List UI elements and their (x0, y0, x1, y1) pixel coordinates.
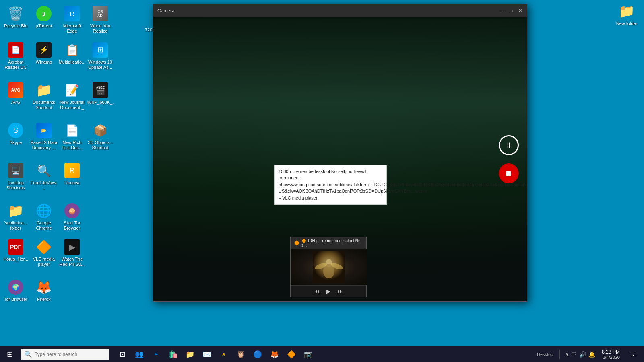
taskbar-explorer[interactable]: 📁 (182, 346, 198, 362)
desktop-shortcuts-label: Desktop Shortcuts (2, 180, 29, 191)
multiplication-label: Multiplicatio... (59, 60, 86, 65)
desktop: 🗑️ Recycle Bin µ µTorrent e Microsoft Ed… (0, 0, 644, 346)
camera-title: Camera (157, 8, 175, 14)
vlc-mini-title-text: 🔶 1080p - rememberlessfool No s... (301, 239, 363, 247)
desktop-icon-480p[interactable]: 🎬 480P_600K_... (86, 80, 114, 112)
desktop-icon-freefileview[interactable]: 🔍 FreeFileView... (30, 160, 58, 192)
desktop-icon-new-folder[interactable]: 📁 New folder (613, 3, 641, 26)
desktop-icon-win10[interactable]: ⊞ Windows 10 Update As... (86, 39, 114, 72)
taskbar-store[interactable]: 🛍️ (165, 346, 181, 362)
desktop-icon-tor-browser[interactable]: 🌍 Tor Browser (2, 277, 30, 309)
taskbar-vlc-tb[interactable]: 🔶 (283, 346, 299, 362)
freefileview-label: FreeFileView... (30, 180, 58, 191)
firefox-icon: 🦊 (36, 279, 52, 295)
documents-label: Documents Shortcut (30, 100, 58, 110)
when-you-realize-icon: GRAD (92, 6, 108, 22)
vlc-mini-player[interactable]: 🔶 🔶 1080p - rememberlessfool No s... (290, 237, 367, 297)
taskbar-notification[interactable]: 🗨 (625, 346, 641, 362)
desktop-icon-skype[interactable]: S Skype (2, 120, 30, 152)
taskbar-volume-icon[interactable]: 🔔 (588, 351, 595, 358)
desktop-icon-rich-text[interactable]: 📄 New Rich Text Doc... (58, 120, 86, 152)
taskbar-action-icons: ⊡ 👥 e 🛍️ 📁 ✉️ a 🦉 🔵 🦊 🔶 📷 (114, 346, 316, 362)
rich-text-label: New Rich Text Doc... (58, 140, 86, 150)
taskbar-desktop-button[interactable]: Desktop (534, 352, 556, 357)
taskbar-mail[interactable]: ✉️ (199, 346, 215, 362)
desktop-icon-easeus[interactable]: 📂 EaseUS Data Recovery ... (30, 120, 58, 152)
taskbar-amazon[interactable]: a (216, 346, 232, 362)
skype-label: Skype (10, 140, 22, 145)
desktop-icon-subliminals[interactable]: 📁 'sublimina... folder (2, 200, 30, 232)
recuva-label: Recuva (64, 180, 79, 185)
vlc-play-button[interactable]: ▶ (326, 288, 331, 294)
utorrent-label: µTorrent (36, 23, 52, 29)
vlc-small-icon: 🔶 (294, 240, 300, 246)
start-button[interactable]: ⊞ (0, 346, 19, 362)
taskbar-arrow-icon[interactable]: ∧ (565, 351, 569, 358)
vlc-thumbnail-svg (313, 251, 345, 283)
tooltip-popup: 1080p - rememberlessfool No self, no fre… (274, 165, 387, 205)
vlc-mini-title: 🔶 🔶 1080p - rememberlessfool No s... (291, 237, 366, 249)
recycle-bin-icon: 🗑️ (8, 6, 24, 22)
vlc-prev-button[interactable]: ⏮ (314, 288, 320, 294)
new-folder-label: New folder (616, 21, 638, 26)
utorrent-icon: µ (36, 6, 52, 22)
winamp-icon: ⚡ (36, 42, 52, 58)
desktop-icon-3d-objects[interactable]: 📦 3D Objects - Shortcut (86, 120, 114, 152)
tor-browser-icon: 🌍 (8, 279, 24, 295)
taskbar-task-view[interactable]: ⊡ (114, 346, 130, 362)
documents-icon: 📁 (36, 82, 52, 98)
desktop-icon-horus[interactable]: PDF Horus_Her... (2, 237, 30, 269)
camera-content: ⏸ ⏹ 1080p - rememberlessfool No self, no… (153, 17, 527, 301)
firefox-label: Firefox (37, 297, 51, 302)
start-tor-label: Start Tor Browser (58, 220, 86, 231)
desktop-icon-desktop-shortcuts[interactable]: 🖥️ Desktop Shortcuts (2, 160, 30, 192)
close-button[interactable]: ✕ (517, 8, 523, 14)
maximize-button[interactable]: □ (508, 8, 514, 14)
taskbar-separator (559, 350, 560, 359)
pause-button[interactable]: ⏸ (499, 135, 519, 155)
horus-label: Horus_Her... (3, 257, 28, 262)
chrome-icon: 🌐 (36, 203, 52, 219)
subliminals-label: 'sublimina... folder (2, 220, 29, 231)
desktop-icon-recuva[interactable]: R Recuva (58, 160, 86, 192)
taskbar-edge[interactable]: e (148, 346, 164, 362)
desktop-icon-new-journal[interactable]: 📝 New Journal Document _ (58, 80, 86, 112)
search-input[interactable] (35, 352, 106, 357)
desktop-icon-when-you-realize[interactable]: GRAD When You Realize (86, 3, 114, 35)
win10-label: Windows 10 Update As... (87, 60, 114, 70)
desktop-icon-recycle-bin[interactable]: 🗑️ Recycle Bin (2, 3, 30, 35)
easeus-label: EaseUS Data Recovery ... (30, 140, 58, 150)
taskbar-time: 8:23 PM (602, 349, 620, 355)
taskbar-clock[interactable]: 8:23 PM 2/4/2020 (599, 349, 623, 360)
winamp-label: Winamp (36, 60, 52, 65)
desktop-icon-avg[interactable]: AVG AVG (2, 80, 30, 112)
taskbar-network-icon[interactable]: 🔊 (579, 351, 586, 358)
record-button[interactable]: ⏹ (499, 163, 519, 183)
desktop-icon-utorrent[interactable]: µ µTorrent (30, 3, 58, 35)
watch-red-pill-label: Watch The Red Pill 20... (58, 257, 86, 267)
desktop-icon-vlc[interactable]: 🔶 VLC media player (30, 237, 58, 269)
taskbar-unknown1[interactable]: 🔵 (250, 346, 266, 362)
taskbar-norton-icon[interactable]: 🛡 (571, 351, 577, 358)
desktop-icon-documents[interactable]: 📁 Documents Shortcut (30, 80, 58, 112)
subliminals-icon: 📁 (8, 203, 24, 219)
search-bar[interactable]: 🔍 (21, 349, 109, 360)
taskbar-unknown2[interactable]: 🦊 (266, 346, 283, 362)
easeus-icon: 📂 (36, 122, 52, 138)
taskbar-tripadvisor[interactable]: 🦉 (233, 346, 249, 362)
new-folder-icon: 📁 (619, 3, 635, 19)
desktop-icon-multiplication[interactable]: 📋 Multiplicatio... (58, 39, 86, 72)
desktop-icon-watch-red-pill[interactable]: ▶ Watch The Red Pill 20... (58, 237, 86, 269)
minimize-button[interactable]: ─ (500, 8, 505, 14)
desktop-icon-start-tor[interactable]: 🧅 Start Tor Browser (58, 200, 86, 232)
desktop-icon-msedge[interactable]: e Microsoft Edge (58, 3, 86, 35)
vlc-next-button[interactable]: ⏭ (337, 288, 343, 294)
desktop-icon-acrobat[interactable]: 📄 Acrobat Reader DC (2, 39, 30, 72)
taskbar-camera-tb[interactable]: 📷 (300, 346, 316, 362)
desktop-icon-chrome[interactable]: 🌐 Google Chrome (30, 200, 58, 232)
taskbar-right: Desktop ∧ 🛡 🔊 🔔 8:23 PM 2/4/2020 🗨 (534, 346, 644, 362)
desktop-icon-firefox[interactable]: 🦊 Firefox (30, 277, 58, 309)
desktop-icon-winamp[interactable]: ⚡ Winamp (30, 39, 58, 72)
camera-overlay-controls: ⏸ ⏹ (499, 135, 519, 183)
taskbar-people[interactable]: 👥 (131, 346, 147, 362)
